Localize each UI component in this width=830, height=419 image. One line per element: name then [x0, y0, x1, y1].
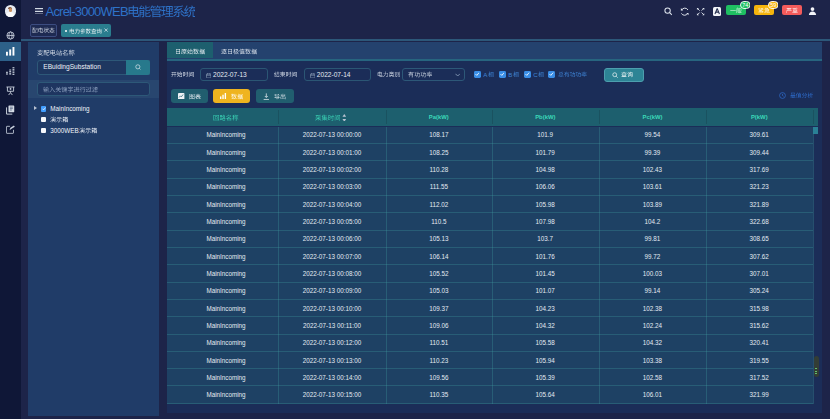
- svg-text:59: 59: [770, 1, 776, 7]
- svg-text:74: 74: [742, 1, 748, 7]
